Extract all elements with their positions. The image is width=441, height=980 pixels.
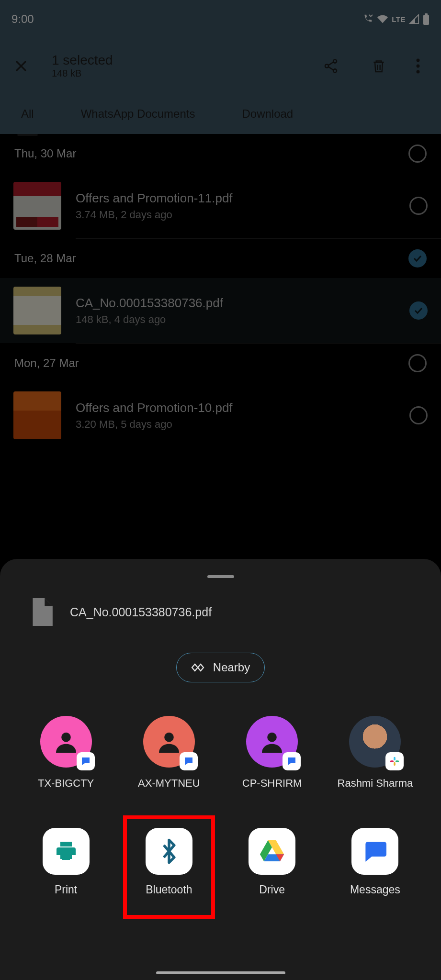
svg-point-7 [417,70,420,73]
share-button[interactable] [319,55,342,78]
date-label: Mon, 27 Mar [14,356,79,370]
messages-badge-icon [77,752,95,770]
tab-whatsapp-documents[interactable]: WhatsApp Documents [74,102,202,125]
tab-bar: All WhatsApp Documents Download [0,93,441,134]
date-header[interactable]: Tue, 28 Mar [0,239,441,278]
share-apps-row: Print Bluetooth Drive Messages [0,828,441,896]
share-contact[interactable]: TX-BIGCTY [23,716,109,790]
network-label: LTE [392,15,406,23]
file-name: CA_No.000153380736.pdf [76,296,395,311]
drive-icon [249,828,295,875]
slack-badge-icon [385,752,404,770]
sheet-file-info: CA_No.000153380736.pdf [0,592,441,645]
contact-label: TX-BIGCTY [38,777,94,790]
selection-size: 148 kB [52,68,294,79]
nearby-label: Nearby [213,661,250,674]
bluetooth-icon [146,828,192,875]
delete-button[interactable] [367,55,390,78]
svg-point-10 [267,733,277,742]
date-header[interactable]: Mon, 27 Mar [0,344,441,383]
file-thumbnail [13,182,61,230]
avatar [143,716,195,768]
sheet-file-name: CA_No.000153380736.pdf [70,605,212,619]
date-label: Thu, 30 Mar [14,147,76,160]
status-icons: LTE [361,13,430,25]
nearby-share-chip[interactable]: Nearby [176,653,265,682]
app-label: Messages [350,883,400,896]
print-icon [43,828,90,875]
svg-rect-12 [396,760,399,762]
tab-all[interactable]: All [14,102,41,125]
app-label: Drive [259,883,285,896]
select-circle[interactable] [409,406,428,424]
svg-rect-11 [394,757,396,760]
drag-handle[interactable] [207,575,234,578]
tab-download[interactable]: Download [235,102,300,125]
selection-header: 1 selected 148 kB [0,38,441,93]
date-label: Tue, 28 Mar [14,252,76,265]
nav-pill[interactable] [156,971,285,974]
file-name: Offers and Promotion-11.pdf [76,191,395,206]
select-circle[interactable] [408,354,427,372]
file-row[interactable]: Offers and Promotion-11.pdf 3.74 MB, 2 d… [0,173,441,238]
file-thumbnail [13,391,61,439]
messages-icon [351,828,398,875]
contact-label: AX-MYTNEU [138,777,200,790]
share-contact[interactable]: Rashmi Sharma [332,716,418,790]
svg-point-6 [417,64,420,67]
more-button[interactable] [407,55,430,78]
file-icon [29,598,53,626]
messages-badge-icon [283,752,301,770]
file-meta: 3.74 MB, 2 days ago [76,209,395,221]
app-label: Bluetooth [146,883,192,896]
svg-rect-14 [390,760,394,762]
svg-rect-13 [394,762,396,766]
svg-rect-1 [425,13,428,15]
svg-point-5 [417,58,420,62]
share-contact[interactable]: CP-SHRIRM [229,716,315,790]
file-row-selected[interactable]: CA_No.000153380736.pdf 148 kB, 4 days ag… [0,278,441,343]
file-thumbnail [13,287,61,334]
svg-point-8 [61,733,71,742]
svg-rect-0 [423,15,429,25]
nav-bar [0,966,441,980]
avatar [40,716,92,768]
share-app-drive[interactable]: Drive [229,828,315,896]
selection-count: 1 selected [52,53,294,68]
selected-check-icon[interactable] [408,249,427,267]
contact-label: Rashmi Sharma [338,777,413,790]
file-meta: 148 kB, 4 days ago [76,313,395,326]
file-name: Offers and Promotion-10.pdf [76,401,395,415]
date-header[interactable]: Thu, 30 Mar [0,134,441,173]
file-list[interactable]: Thu, 30 Mar Offers and Promotion-11.pdf … [0,134,441,448]
app-label: Print [55,883,77,896]
status-time: 9:00 [11,12,34,26]
file-meta: 3.20 MB, 5 days ago [76,418,395,431]
share-sheet: CA_No.000153380736.pdf Nearby TX-BIGCTY [0,559,441,980]
nearby-icon [191,663,204,672]
share-contacts-row: TX-BIGCTY AX-MYTNEU CP-SHRIRM [0,716,441,790]
close-button[interactable] [11,56,31,76]
select-circle[interactable] [409,197,428,215]
contact-label: CP-SHRIRM [242,777,302,790]
select-all-circle[interactable] [408,145,427,163]
svg-point-9 [164,733,174,742]
battery-icon [423,13,430,25]
status-bar: 9:00 LTE [0,0,441,38]
share-app-bluetooth[interactable]: Bluetooth [126,828,212,896]
selected-check-icon[interactable] [409,301,428,320]
avatar [246,716,298,768]
avatar-photo [349,716,401,768]
messages-badge-icon [180,752,198,770]
share-app-print[interactable]: Print [23,828,109,896]
share-contact[interactable]: AX-MYTNEU [126,716,212,790]
share-app-messages[interactable]: Messages [332,828,418,896]
wifi-icon [376,14,389,24]
signal-icon [408,14,420,24]
file-row[interactable]: Offers and Promotion-10.pdf 3.20 MB, 5 d… [0,383,441,448]
wifi-calling-icon [361,14,373,24]
